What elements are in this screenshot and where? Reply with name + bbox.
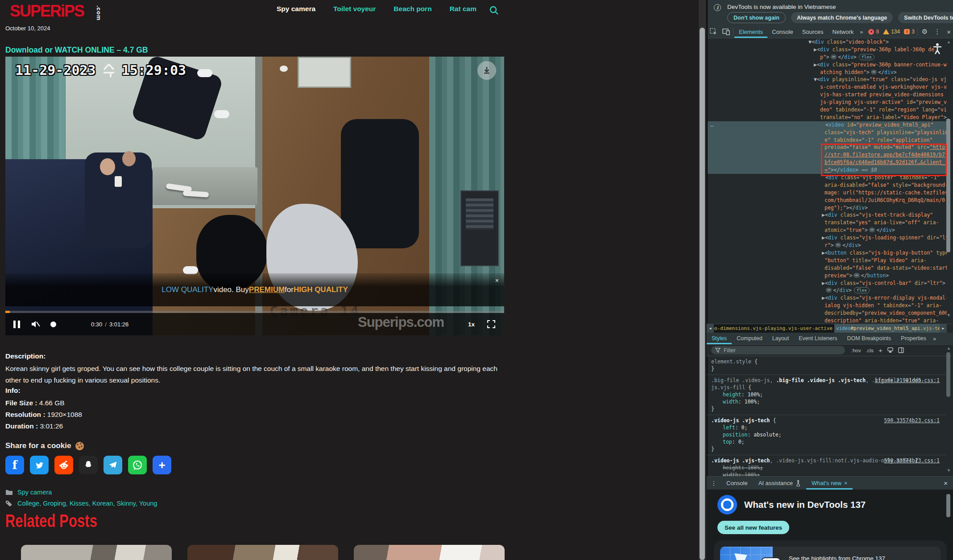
match-language-button[interactable]: Always match Chrome's language: [791, 12, 893, 23]
dom-tree-line[interactable]: p">⋯</div>flex: [708, 54, 947, 61]
site-logo[interactable]: SUPERiPS: [10, 2, 84, 21]
twitter-share-button[interactable]: [30, 456, 49, 474]
tag-link-groping[interactable]: Groping: [43, 500, 66, 507]
css-property[interactable]: width: 100%;: [711, 398, 941, 405]
category-link[interactable]: Spy camera: [17, 489, 52, 496]
dom-tree-line[interactable]: ▶<div class="vjs-loading-spinner" dir="l…: [708, 234, 947, 242]
playback-rate-button[interactable]: 1x: [468, 321, 475, 328]
dom-tree-line[interactable]: mage: url("https://static-cache.tezfiles…: [708, 189, 947, 197]
dom-tree-line[interactable]: disabled="false" data-stats="video:start…: [708, 264, 947, 272]
devtools-close-icon[interactable]: ×: [944, 25, 953, 38]
dom-tree-line[interactable]: deo" tabindex="-1" role="region" lang="v…: [708, 106, 947, 114]
dom-tree-line[interactable]: ▶<div class="vjs-control-bar" dir="ltr">: [708, 280, 947, 287]
search-icon[interactable]: [489, 5, 499, 15]
drawer-close-icon[interactable]: ×: [938, 477, 953, 490]
dom-tree-line[interactable]: ⋯</div>flex: [708, 287, 947, 294]
breadcrumb-scroll-left[interactable]: ◀: [707, 324, 714, 333]
devtools-tab-elements[interactable]: Elements: [734, 25, 767, 38]
dom-tree-line[interactable]: <div class="vjs-poster" tabindex="-1": [708, 174, 947, 181]
dom-tree-line[interactable]: atomic="true">⋯</div>: [708, 226, 947, 234]
dom-tree-line[interactable]: ="></video> == $0: [708, 166, 947, 174]
stylesheet-source-link[interactable]: 590.33574b23.css:1: [884, 417, 940, 424]
related-post-thumbnail[interactable]: [21, 545, 172, 560]
see-all-features-button[interactable]: See all new features: [717, 521, 789, 534]
inspect-element-icon[interactable]: [708, 25, 720, 38]
dom-tree-line[interactable]: vjs-has-started preview_video-dimensions…: [708, 91, 947, 99]
whatsapp-share-button[interactable]: [128, 456, 147, 474]
css-property[interactable]: height: 100%;: [711, 391, 941, 398]
video-src-link[interactable]: "https:: [929, 144, 947, 150]
css-property[interactable]: top: 0;: [711, 438, 941, 445]
related-post-thumbnail[interactable]: [187, 545, 338, 560]
stylesheet-source-link[interactable]: iframe.21981dd5.css:1: [875, 377, 940, 384]
drawer-tab-console[interactable]: Console: [721, 477, 753, 490]
dom-tree-line[interactable]: description" aria-hidden="true" aria-: [708, 317, 947, 324]
dom-tree-line[interactable]: ▶<div class="preview-360p label-360p de.: [708, 46, 947, 54]
dom-tree-line[interactable]: …<video id="preview_video_html5_api": [708, 121, 947, 129]
related-post-thumbnail[interactable]: [354, 545, 505, 560]
dom-tree-line[interactable]: aria-disabled="false" style="background-…: [708, 181, 947, 189]
expand-ellipsis-icon[interactable]: ⋯: [871, 70, 877, 74]
css-rule[interactable]: 590.33574b23.css:1.video-js .vjs-tech {l…: [707, 415, 946, 455]
devtools-menu-icon[interactable]: ⋮: [931, 25, 944, 38]
breadcrumb-selected[interactable]: video#preview_video_html5_api.vjs-tech: [834, 324, 940, 333]
dom-tree-line[interactable]: class="vjs-tech" playsinline="playsinlin: [708, 129, 947, 136]
styles-filter-input[interactable]: Filter: [711, 346, 845, 354]
cls-toggle[interactable]: .cls: [866, 348, 874, 353]
styles-tab-properties[interactable]: Properties: [896, 333, 931, 344]
mute-icon[interactable]: [31, 320, 41, 329]
styles-tab-event-listeners[interactable]: Event Listeners: [794, 333, 842, 344]
settings-gear-icon[interactable]: ⚙: [919, 25, 931, 38]
tag-link-college[interactable]: College: [17, 500, 39, 507]
video-src-link[interactable]: bfce05f6a/c646ed16b87d…92d126f…&client_i…: [825, 159, 947, 165]
dom-tree-line[interactable]: ▼<div playsinline="true" class="video-js…: [708, 76, 947, 83]
video-src-link[interactable]: =": [825, 167, 831, 173]
console-errors-badge[interactable]: ×8: [868, 29, 879, 35]
drawer-scrollbar-thumb[interactable]: [946, 494, 950, 517]
elements-scroll-up[interactable]: ▲: [946, 40, 952, 44]
dom-tree-line[interactable]: "button" title="Play Video" aria-: [708, 257, 947, 264]
nav-item-rat-cam[interactable]: Rat cam: [450, 5, 476, 13]
dom-tree-line[interactable]: r">⋯</div>: [708, 242, 947, 249]
telegram-share-button[interactable]: [104, 456, 122, 474]
tag-link-skinny[interactable]: Skinny: [117, 500, 136, 507]
expand-ellipsis-icon[interactable]: ⋯: [869, 227, 875, 232]
dom-tree-line[interactable]: s-controls-enabled vjs-workinghover vjs-…: [708, 83, 947, 91]
rendering-icon[interactable]: [887, 347, 893, 353]
switch-language-button[interactable]: Switch DevTools to Vietnamese: [898, 12, 953, 23]
css-property[interactable]: position: absolute;: [711, 431, 941, 438]
tag-link-young[interactable]: Young: [139, 500, 157, 507]
expand-ellipsis-icon[interactable]: ⋯: [831, 54, 837, 59]
pause-button[interactable]: [13, 321, 20, 328]
expand-ellipsis-icon[interactable]: ⋯: [826, 288, 832, 292]
dom-tree-line[interactable]: ▶<div class="vjs-error-display vjs-modal…: [708, 294, 947, 302]
video-player[interactable]: 11-29-2023 15:29:03 Camera 14 LOW QUALIT…: [5, 57, 504, 335]
css-property[interactable]: height: 100%;: [711, 464, 941, 471]
dom-tree-line[interactable]: ▼<div class="video-block">: [708, 38, 947, 46]
css-property[interactable]: width: 100%;: [711, 471, 941, 476]
drawer-tab-ai-assistance[interactable]: AI assistance: [753, 477, 806, 490]
nav-item-beach-porn[interactable]: Beach porn: [394, 5, 431, 13]
elements-scrollbar-thumb[interactable]: [946, 119, 950, 252]
issues-badge[interactable]: !3: [904, 29, 915, 35]
devtools-tab-network[interactable]: Network: [828, 25, 858, 38]
dom-tree-line[interactable]: ▶<button class="vjs-big-play-button" typ…: [708, 249, 947, 257]
styles-scroll-up[interactable]: ▲: [946, 346, 952, 350]
snapchat-share-button[interactable]: [79, 456, 98, 474]
dom-tree-line[interactable]: js-playing vjs-user-active" id="preview_…: [708, 99, 947, 106]
styles-tab-computed[interactable]: Computed: [732, 333, 767, 344]
dom-tree-line[interactable]: preview">⋯</button>: [708, 272, 947, 280]
dom-tree-line[interactable]: ialog vjs-hidden " tabindex="-1" aria-: [708, 302, 947, 309]
download-link[interactable]: Download or WATCH ONLINE – 4.7 GB: [5, 45, 148, 55]
device-toolbar-icon[interactable]: [720, 25, 733, 38]
dom-tree-line[interactable]: com/thumbnail/JuiR6COhyKrq_D6RqQ/main/0.…: [708, 197, 947, 204]
styles-tab-layout[interactable]: Layout: [767, 333, 794, 344]
tag-link-kisses[interactable]: Kisses: [70, 500, 89, 507]
share-share-button[interactable]: +: [153, 456, 171, 474]
devtools-tab-sources[interactable]: Sources: [798, 25, 828, 38]
reddit-share-button[interactable]: [54, 456, 73, 474]
elements-tree[interactable]: ▼<div class="video-block">▶<div class="p…: [708, 38, 947, 324]
video-src-link[interactable]: //str-08.filestore.app/be7cf4de40819/b73…: [825, 152, 947, 158]
nav-item-spy-camera[interactable]: Spy camera: [277, 5, 315, 13]
flex-badge[interactable]: flex: [854, 287, 870, 293]
